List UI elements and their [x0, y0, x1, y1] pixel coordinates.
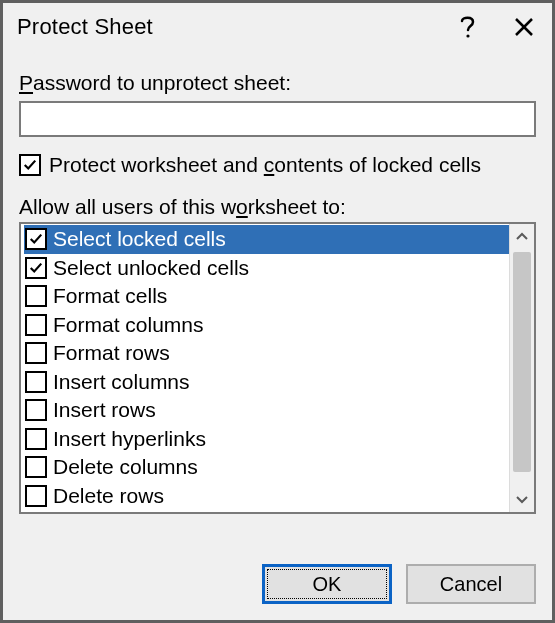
password-label-text: assword to unprotect sheet:	[33, 71, 291, 94]
permission-label: Format columns	[53, 313, 204, 337]
permission-checkbox[interactable]	[25, 456, 47, 478]
permissions-listbox[interactable]: Select locked cellsSelect unlocked cells…	[19, 222, 536, 514]
permission-label: Format rows	[53, 341, 170, 365]
permission-checkbox[interactable]	[25, 428, 47, 450]
permission-row[interactable]: Insert hyperlinks	[24, 425, 509, 454]
protect-label-part1: Protect worksheet and	[49, 153, 264, 176]
permission-row[interactable]: Format cells	[24, 282, 509, 311]
permission-row[interactable]: Format rows	[24, 339, 509, 368]
permission-row[interactable]: Delete columns	[24, 453, 509, 482]
protect-label-accelerator: c	[264, 153, 275, 176]
scroll-thumb[interactable]	[513, 252, 531, 472]
permission-label: Insert columns	[53, 370, 190, 394]
protect-contents-row[interactable]: Protect worksheet and contents of locked…	[19, 153, 536, 177]
permission-label: Delete rows	[53, 484, 164, 508]
scrollbar[interactable]	[509, 224, 534, 512]
protect-label-part2: ontents of locked cells	[274, 153, 481, 176]
password-input[interactable]	[19, 101, 536, 137]
permission-checkbox[interactable]	[25, 399, 47, 421]
permission-label: Select locked cells	[53, 227, 226, 251]
permission-label: Delete columns	[53, 455, 198, 479]
allow-label-part1: Allow all users of this w	[19, 195, 236, 218]
permission-row[interactable]: Insert rows	[24, 396, 509, 425]
permission-checkbox[interactable]	[25, 314, 47, 336]
permission-row[interactable]: Delete rows	[24, 482, 509, 511]
scroll-down-button[interactable]	[510, 488, 534, 512]
scroll-up-button[interactable]	[510, 224, 534, 248]
title-bar-controls	[454, 13, 538, 41]
protect-contents-checkbox[interactable]	[19, 154, 41, 176]
password-label-accelerator: P	[19, 71, 33, 94]
scroll-track[interactable]	[510, 248, 534, 488]
permission-checkbox[interactable]	[25, 257, 47, 279]
permission-row[interactable]: Select locked cells	[24, 225, 509, 254]
allow-label-part2: rksheet to:	[248, 195, 346, 218]
dialog-buttons: OK Cancel	[3, 548, 552, 620]
permissions-rows: Select locked cellsSelect unlocked cells…	[21, 224, 509, 512]
permission-row[interactable]: Format columns	[24, 311, 509, 340]
permission-label: Insert rows	[53, 398, 156, 422]
allow-label-accelerator: o	[236, 195, 248, 218]
permission-row[interactable]: Select unlocked cells	[24, 254, 509, 283]
protect-sheet-dialog: Protect Sheet Password to unprotect shee…	[0, 0, 555, 623]
close-icon[interactable]	[510, 13, 538, 41]
ok-button[interactable]: OK	[262, 564, 392, 604]
password-label: Password to unprotect sheet:	[19, 71, 536, 95]
allow-users-label: Allow all users of this worksheet to:	[19, 195, 536, 219]
svg-point-0	[466, 34, 469, 37]
permission-checkbox[interactable]	[25, 371, 47, 393]
permission-checkbox[interactable]	[25, 485, 47, 507]
title-bar: Protect Sheet	[3, 3, 552, 51]
permission-row[interactable]: Insert columns	[24, 368, 509, 397]
dialog-title: Protect Sheet	[17, 14, 153, 40]
cancel-button[interactable]: Cancel	[406, 564, 536, 604]
dialog-content: Password to unprotect sheet: Protect wor…	[3, 51, 552, 548]
permission-label: Format cells	[53, 284, 167, 308]
protect-contents-label: Protect worksheet and contents of locked…	[49, 153, 481, 177]
permission-label: Select unlocked cells	[53, 256, 249, 280]
help-icon[interactable]	[454, 13, 482, 41]
permission-checkbox[interactable]	[25, 342, 47, 364]
permission-checkbox[interactable]	[25, 285, 47, 307]
permission-checkbox[interactable]	[25, 228, 47, 250]
permission-label: Insert hyperlinks	[53, 427, 206, 451]
